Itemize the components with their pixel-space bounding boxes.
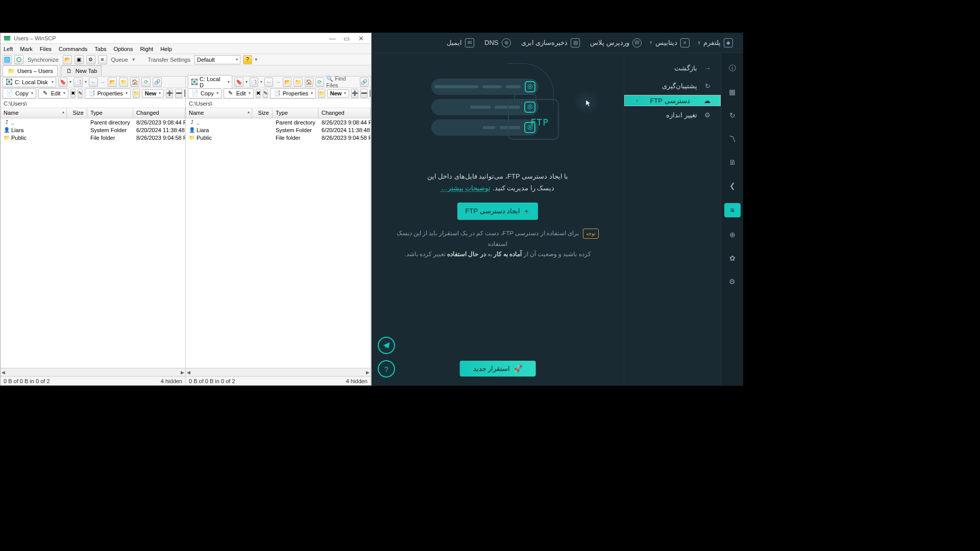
new-button[interactable]: New bbox=[142, 89, 164, 97]
menu-right[interactable]: Right bbox=[140, 46, 153, 52]
synchronize-button[interactable]: Synchronize bbox=[26, 57, 60, 63]
new-deploy-button[interactable]: 🚀 استقرار جدید bbox=[460, 361, 536, 377]
file-list[interactable]: ⤴.. Parent directory 8/26/2023 9:08:44 P… bbox=[186, 118, 371, 368]
session-button[interactable] bbox=[3, 55, 12, 64]
nav-dns[interactable]: ⊕ DNS bbox=[484, 38, 510, 47]
rail-gear-icon[interactable]: ✿ bbox=[726, 252, 739, 264]
home-button[interactable]: 🏠 bbox=[130, 78, 139, 87]
home-button[interactable]: 🏠 bbox=[305, 78, 313, 87]
console-button[interactable]: ▣ bbox=[75, 55, 84, 64]
rail-file-icon[interactable]: 🗎 bbox=[726, 156, 739, 168]
parent-button[interactable]: 📂 bbox=[283, 78, 291, 87]
path-bar[interactable]: C:\Users\ bbox=[186, 99, 371, 108]
edit-button[interactable]: ✎Edit bbox=[38, 88, 68, 98]
properties-button[interactable]: 📑Properties bbox=[85, 88, 131, 98]
help-button[interactable]: ? bbox=[378, 360, 395, 378]
side-back[interactable]: → بازگشت bbox=[624, 59, 721, 77]
find-files-button[interactable]: 🔍 Find Files bbox=[326, 76, 358, 88]
file-row[interactable]: 📁Public File folder 8/26/2023 9:04:58 PM bbox=[1, 134, 185, 141]
properties-button[interactable]: 📑Properties bbox=[270, 88, 316, 98]
plus-button[interactable]: ➕ bbox=[166, 89, 173, 98]
col-type[interactable]: Type bbox=[87, 108, 133, 118]
file-row[interactable]: 👤Liara System Folder 6/20/2024 11:38:48 … bbox=[1, 126, 185, 134]
maximize-button[interactable]: ▭ bbox=[339, 35, 354, 42]
rename-button[interactable]: ✎ bbox=[263, 89, 268, 98]
filter-button[interactable]: 🔖 bbox=[58, 78, 67, 87]
rail-terminal-icon[interactable]: ❯ bbox=[726, 180, 739, 192]
side-ftp[interactable]: ☁ دسترسی FTP bbox=[624, 95, 721, 106]
queue-icon[interactable]: ≡ bbox=[98, 55, 107, 64]
rail-grid-icon[interactable]: ▦ bbox=[726, 86, 739, 98]
rename-button[interactable]: ✎ bbox=[78, 89, 83, 98]
select-checkbox[interactable] bbox=[370, 90, 371, 97]
col-type[interactable]: Type bbox=[273, 108, 318, 118]
minus-button[interactable]: ➖ bbox=[175, 89, 182, 98]
menu-files[interactable]: Files bbox=[40, 46, 52, 52]
root-button[interactable]: 📁 bbox=[119, 78, 128, 87]
nav-wordpress[interactable]: W وردپرس پلاس bbox=[590, 38, 642, 47]
nav-platform[interactable]: ◆ پلتفرم ۷ bbox=[700, 38, 733, 47]
file-list[interactable]: ⤴.. Parent directory 8/26/2023 9:08:44 P… bbox=[1, 118, 185, 368]
sync-icon[interactable] bbox=[14, 55, 23, 64]
rail-disks-icon[interactable]: ≡ bbox=[724, 203, 741, 217]
bookmark-button[interactable]: 📑 bbox=[250, 78, 258, 87]
root-button[interactable]: 📁 bbox=[293, 78, 302, 87]
menu-commands[interactable]: Commands bbox=[59, 46, 87, 52]
copy-button[interactable]: 📄Copy bbox=[188, 88, 222, 98]
sync-browse-button[interactable]: 🔗 bbox=[153, 78, 162, 87]
bookmark-button[interactable]: 📑 bbox=[74, 78, 83, 87]
sync-browse-button[interactable]: 🔗 bbox=[360, 78, 369, 87]
col-name[interactable]: Name▴ bbox=[1, 108, 67, 118]
nav-database[interactable]: ≡ دیتابیس ۲ bbox=[652, 38, 690, 47]
filter-button[interactable]: 🔖 bbox=[234, 78, 243, 87]
remote-sync-button[interactable]: 📂 bbox=[63, 55, 72, 64]
new-button[interactable]: New bbox=[327, 89, 350, 97]
rail-chart-icon[interactable]: 〽 bbox=[726, 133, 739, 145]
minus-button[interactable]: ➖ bbox=[360, 89, 368, 98]
file-row[interactable]: ⤴.. Parent directory 8/26/2023 9:08:44 P… bbox=[1, 118, 185, 126]
new-folder-button[interactable]: 📁 bbox=[133, 89, 140, 98]
delete-button[interactable]: ✖ bbox=[256, 89, 261, 98]
create-ftp-button[interactable]: ＋ ایجاد دسترسی FTP bbox=[457, 203, 538, 220]
col-changed[interactable]: Changed bbox=[318, 108, 371, 118]
rail-settings-icon[interactable]: ⚙ bbox=[726, 276, 739, 288]
titlebar[interactable]: Users – WinSCP — ▭ ✕ bbox=[1, 33, 371, 44]
new-tab-button[interactable]: 🗋 New Tab bbox=[61, 65, 102, 76]
col-name[interactable]: Name▴ bbox=[186, 108, 252, 118]
rail-info-icon[interactable]: ⓘ bbox=[726, 62, 739, 74]
h-scrollbar[interactable] bbox=[186, 368, 371, 376]
minimize-button[interactable]: — bbox=[325, 35, 339, 42]
col-size[interactable]: Size bbox=[67, 108, 87, 118]
path-bar[interactable]: C:\Users\ bbox=[1, 99, 185, 108]
menu-mark[interactable]: Mark bbox=[20, 46, 32, 52]
col-changed[interactable]: Changed bbox=[133, 108, 185, 118]
nav-storage[interactable]: ▤ ذخیره‌سازی ابری bbox=[521, 38, 580, 47]
menu-help[interactable]: Help bbox=[160, 46, 172, 52]
file-row[interactable]: 👤Liara System Folder 6/20/2024 11:38:48 … bbox=[186, 126, 371, 134]
menu-tabs[interactable]: Tabs bbox=[94, 46, 106, 52]
refresh-button[interactable]: ⟳ bbox=[315, 78, 324, 87]
telegram-button[interactable] bbox=[378, 337, 395, 354]
edit-button[interactable]: ✎Edit bbox=[224, 88, 254, 98]
side-resize[interactable]: ⚙ تغییر اندازه bbox=[624, 106, 721, 124]
nav-email[interactable]: ✉ ایمیل bbox=[447, 38, 474, 47]
help-button[interactable]: ? bbox=[243, 55, 252, 64]
menu-left[interactable]: Left bbox=[4, 46, 13, 52]
drive-select[interactable]: 💽C: Local D bbox=[188, 75, 232, 89]
drive-select[interactable]: 💽C: Local Disk bbox=[3, 77, 56, 87]
file-row[interactable]: 📁Public File folder 8/26/2023 9:04:58 PM bbox=[186, 134, 371, 141]
close-button[interactable]: ✕ bbox=[354, 35, 368, 42]
parent-button[interactable]: 📂 bbox=[108, 78, 117, 87]
refresh-button[interactable]: ⟳ bbox=[141, 78, 151, 87]
new-folder-button[interactable]: 📁 bbox=[318, 89, 325, 98]
session-tab-users[interactable]: 📁 Users – Users bbox=[3, 65, 58, 76]
file-row[interactable]: ⤴.. Parent directory 8/26/2023 9:08:44 P… bbox=[186, 118, 371, 126]
gear-icon[interactable]: ⚙ bbox=[86, 55, 95, 64]
col-size[interactable]: Size bbox=[252, 108, 273, 118]
back-button[interactable]: ← bbox=[264, 78, 273, 87]
delete-button[interactable]: ✖ bbox=[70, 89, 76, 98]
side-backup[interactable]: ↻ پشتیبان‌گیری bbox=[624, 77, 721, 95]
rail-domain-icon[interactable]: ⊕ bbox=[726, 229, 739, 241]
rail-history-icon[interactable]: ↻ bbox=[726, 109, 739, 121]
copy-button[interactable]: 📄Copy bbox=[3, 88, 36, 98]
